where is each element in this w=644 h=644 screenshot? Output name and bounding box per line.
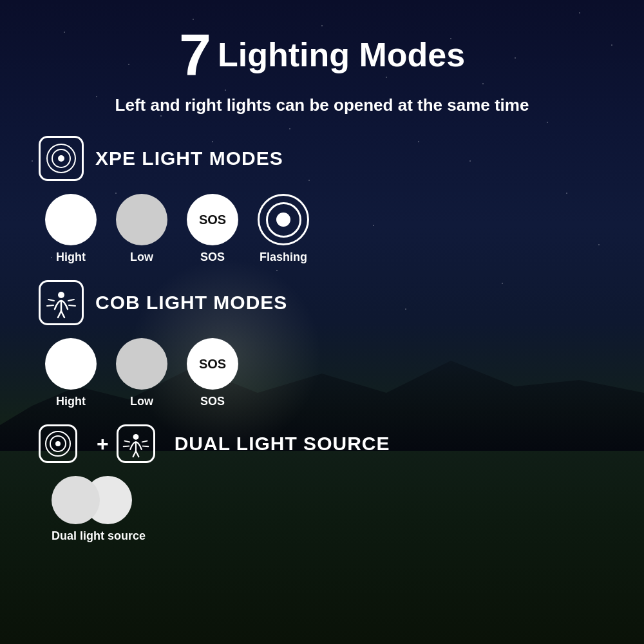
xpe-icon-box: [39, 136, 84, 181]
title-text: Lighting Modes: [218, 35, 465, 74]
xpe-flash-center: [276, 213, 290, 227]
dual-header: + DUAL LIGHT SOURCE: [39, 424, 605, 463]
main-content: 7 Lighting Modes Left and right lights c…: [0, 0, 644, 569]
svg-line-6: [68, 299, 74, 301]
xpe-modes-row: Hight Low SOS SOS Flashing: [39, 194, 605, 264]
cob-sos-text: SOS: [199, 357, 226, 372]
dual-xpe-radio-icon: [44, 430, 71, 457]
xpe-flash-circle: [258, 194, 309, 245]
dual-source-section: Dual light source: [39, 476, 605, 543]
title-number: 7: [179, 26, 211, 84]
xpe-radio-icon: [45, 142, 77, 175]
plus-sign: +: [97, 432, 109, 456]
xpe-low-label: Low: [130, 251, 153, 264]
svg-line-12: [124, 441, 129, 442]
xpe-low-item: Low: [116, 194, 167, 264]
cob-hight-item: Hight: [45, 338, 97, 408]
cob-label: COB LIGHT MODES: [95, 292, 287, 314]
xpe-flash-label: Flashing: [260, 251, 307, 264]
cob-low-label: Low: [130, 395, 153, 408]
xpe-flash-ring: [266, 202, 301, 238]
cob-low-item: Low: [116, 338, 167, 408]
xpe-hight-label: Hight: [56, 251, 86, 264]
xpe-hight-item: Hight: [45, 194, 97, 264]
svg-line-15: [142, 446, 148, 447]
dual-cob-icon: [122, 430, 150, 458]
svg-line-7: [69, 305, 75, 306]
cob-modes-row: Hight Low SOS SOS: [39, 338, 605, 408]
xpe-sos-text: SOS: [199, 213, 226, 227]
svg-line-13: [123, 446, 129, 447]
cob-sos-circle: SOS: [187, 338, 238, 390]
xpe-flash-item: Flashing: [258, 194, 309, 264]
cob-hight-circle: [45, 338, 97, 390]
cob-hight-label: Hight: [56, 395, 86, 408]
xpe-low-circle: [116, 194, 167, 245]
xpe-sos-label: SOS: [200, 251, 225, 264]
svg-point-8: [133, 434, 138, 440]
dual-cob-icon-box: [117, 424, 155, 463]
svg-line-4: [48, 299, 54, 301]
xpe-mode-header: XPE LIGHT MODES: [39, 136, 605, 181]
subtitle: Left and right lights can be opened at t…: [39, 93, 605, 117]
dual-label: DUAL LIGHT SOURCE: [175, 433, 390, 455]
cob-low-circle: [116, 338, 167, 390]
svg-line-3: [61, 311, 64, 317]
xpe-hight-circle: [45, 194, 97, 245]
xpe-sos-item: SOS SOS: [187, 194, 238, 264]
cob-person-icon: [45, 287, 77, 319]
svg-line-5: [47, 305, 53, 306]
svg-line-14: [142, 441, 147, 442]
dual-circles: [52, 476, 605, 524]
cob-sos-item: SOS SOS: [187, 338, 238, 408]
title-row: 7 Lighting Modes: [39, 26, 605, 84]
cob-icon-box: [39, 280, 84, 325]
svg-line-2: [58, 311, 61, 317]
dual-source-label: Dual light source: [52, 529, 146, 542]
xpe-label: XPE LIGHT MODES: [95, 147, 283, 169]
dual-xpe-icon-box: [39, 424, 77, 463]
dual-circle-left: [52, 476, 100, 524]
svg-line-11: [136, 451, 138, 457]
cob-sos-label: SOS: [200, 395, 225, 408]
xpe-sos-circle: SOS: [187, 194, 238, 245]
svg-line-10: [133, 451, 135, 457]
svg-point-0: [58, 292, 64, 298]
cob-mode-header: COB LIGHT MODES: [39, 280, 605, 325]
